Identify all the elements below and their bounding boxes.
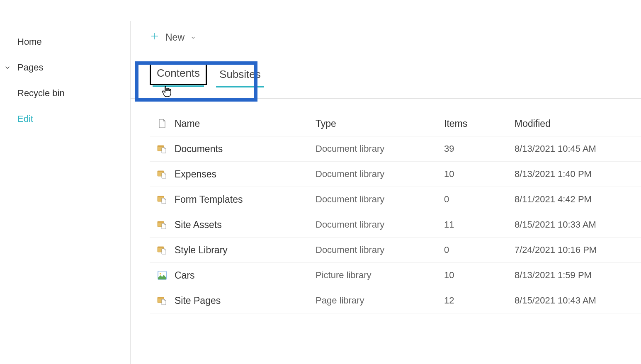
document-library-icon — [150, 170, 175, 179]
cell-name[interactable]: Site Assets — [175, 219, 316, 231]
tab-label: Subsites — [219, 68, 261, 80]
svg-rect-3 — [158, 146, 164, 147]
main-content: New Contents Subsites — [131, 21, 641, 364]
column-header-type[interactable]: Type — [316, 118, 444, 129]
picture-library-icon — [150, 271, 175, 280]
column-header-modified[interactable]: Modified — [515, 118, 641, 129]
chevron-down-icon[interactable] — [2, 63, 12, 73]
cell-name[interactable]: Style Library — [175, 245, 316, 256]
cell-items: 11 — [444, 219, 515, 230]
plus-icon — [150, 31, 160, 44]
document-library-icon — [150, 220, 175, 229]
cell-items: 0 — [444, 194, 515, 205]
svg-rect-11 — [158, 247, 164, 248]
column-header-name[interactable]: Name — [175, 118, 316, 129]
table-row[interactable]: DocumentsDocument library398/13/2021 10:… — [150, 136, 641, 162]
sidebar-item-pages[interactable]: Pages — [0, 55, 130, 80]
svg-rect-15 — [158, 297, 164, 298]
sidebar-item-label: Recycle bin — [17, 88, 65, 99]
table-row[interactable]: Style LibraryDocument library07/24/2021 … — [150, 238, 641, 263]
sidebar-item-recycle-bin[interactable]: Recycle bin — [0, 80, 130, 106]
cell-items: 39 — [444, 143, 515, 154]
table-row[interactable]: ExpensesDocument library108/13/2021 1:40… — [150, 162, 641, 187]
tab-label: Contents — [157, 67, 200, 79]
file-icon — [150, 119, 175, 129]
cell-type: Page library — [316, 295, 444, 306]
tabs: Contents Subsites — [131, 54, 641, 99]
column-header-items[interactable]: Items — [444, 118, 515, 129]
cell-items: 10 — [444, 169, 515, 180]
cell-type: Picture library — [316, 270, 444, 281]
toolbar: New — [131, 21, 641, 54]
chevron-down-icon — [190, 32, 196, 43]
table-row[interactable]: Site AssetsDocument library118/15/2021 1… — [150, 212, 641, 238]
sidebar: Home Pages Recycle bin Edit — [0, 21, 131, 364]
tab-contents[interactable]: Contents — [150, 61, 207, 85]
svg-rect-9 — [158, 221, 164, 223]
cell-type: Document library — [316, 245, 444, 255]
svg-rect-7 — [158, 196, 164, 197]
sidebar-item-label: Pages — [17, 62, 43, 73]
cell-name[interactable]: Documents — [175, 143, 316, 155]
cell-type: Document library — [316, 194, 444, 205]
cell-items: 10 — [444, 270, 515, 281]
cell-modified: 7/24/2021 10:16 PM — [515, 245, 641, 255]
cell-items: 12 — [444, 295, 515, 306]
cell-modified: 8/13/2021 1:40 PM — [515, 169, 641, 180]
cell-modified: 8/13/2021 10:45 AM — [515, 143, 641, 154]
cell-modified: 8/15/2021 10:33 AM — [515, 219, 641, 230]
table-row[interactable]: Site PagesPage library128/15/2021 10:43 … — [150, 288, 641, 313]
cell-type: Document library — [316, 143, 444, 154]
tab-subsites[interactable]: Subsites — [216, 63, 264, 83]
document-library-icon — [150, 296, 175, 305]
svg-rect-5 — [158, 171, 164, 172]
cell-name[interactable]: Expenses — [175, 169, 316, 180]
svg-point-13 — [160, 273, 161, 274]
cell-name[interactable]: Cars — [175, 270, 316, 281]
cell-type: Document library — [316, 219, 444, 230]
cell-modified: 8/13/2021 1:59 PM — [515, 270, 641, 281]
cell-name[interactable]: Form Templates — [175, 194, 316, 205]
document-library-icon — [150, 245, 175, 255]
new-button[interactable]: New — [150, 31, 196, 44]
cell-name[interactable]: Site Pages — [175, 295, 316, 306]
table-row[interactable]: CarsPicture library108/13/2021 1:59 PM — [150, 263, 641, 288]
table-row[interactable]: Form TemplatesDocument library08/11/2021… — [150, 187, 641, 212]
content-table: Name Type Items Modified DocumentsDocume… — [131, 99, 641, 313]
document-library-icon — [150, 195, 175, 204]
cell-modified: 8/15/2021 10:43 AM — [515, 295, 641, 306]
cell-type: Document library — [316, 169, 444, 180]
sidebar-edit-link[interactable]: Edit — [0, 106, 130, 132]
cell-items: 0 — [444, 245, 515, 255]
new-button-label: New — [165, 32, 185, 43]
sidebar-item-label: Home — [17, 36, 42, 47]
edit-label: Edit — [17, 114, 33, 124]
cell-modified: 8/11/2021 4:42 PM — [515, 194, 641, 205]
table-header-row: Name Type Items Modified — [150, 111, 641, 136]
document-library-icon — [150, 144, 175, 153]
sidebar-item-home[interactable]: Home — [0, 29, 130, 55]
